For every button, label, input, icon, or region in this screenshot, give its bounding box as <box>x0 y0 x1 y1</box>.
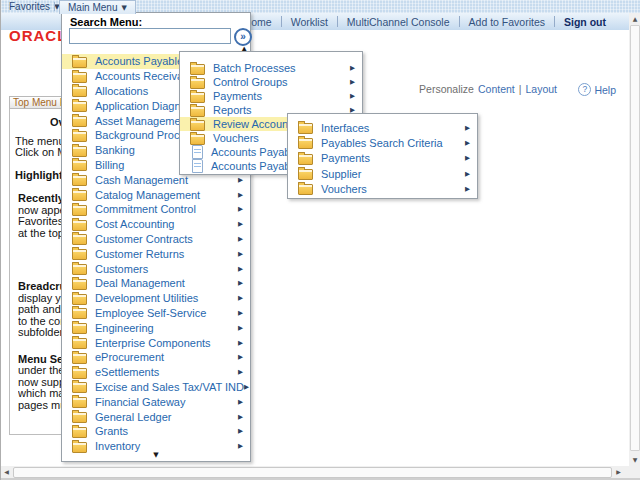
menu-item-label: Vouchers <box>321 183 367 195</box>
folder-icon <box>72 264 87 275</box>
folder-icon <box>72 338 87 349</box>
navbar-links: Home Worklist MultiChannel Console Add t… <box>235 13 615 30</box>
folder-icon <box>72 160 87 171</box>
menu-item-eprocurement[interactable]: eProcurement <box>62 350 250 365</box>
submenu-arrow-icon <box>465 185 470 193</box>
scroll-down-arrow[interactable] <box>629 454 640 465</box>
scroll-up-arrow[interactable] <box>629 13 640 24</box>
folder-icon <box>72 323 87 334</box>
personalize-layout-link[interactable]: Layout <box>525 83 557 95</box>
menu-item-batch-processes[interactable]: Batch Processes <box>180 61 362 75</box>
main-menu[interactable]: Main Menu ▼ <box>59 0 136 14</box>
favorites-label: Favorites <box>9 1 50 12</box>
add-to-favorites-link[interactable]: Add to Favorites <box>460 16 554 28</box>
document-icon <box>192 145 203 159</box>
menu-item-customer-contracts[interactable]: Customer Contracts <box>62 232 250 247</box>
menu-item-payables-search-criteria[interactable]: Payables Search Criteria <box>288 135 477 150</box>
menu-item-general-ledger[interactable]: General Ledger <box>62 409 250 424</box>
menu-item-label: General Ledger <box>95 411 171 423</box>
menu-item-label: Reports <box>213 104 252 116</box>
menu-item-label: Deal Management <box>95 277 185 289</box>
menu-scroll-down-icon[interactable] <box>62 452 250 459</box>
menu-item-label: Enterprise Components <box>95 337 211 349</box>
menu-item-label: Payments <box>213 90 262 102</box>
submenu-arrow-icon <box>465 124 470 132</box>
menu-item-label: Accounts Payable <box>95 55 183 67</box>
submenu-arrow-icon <box>238 250 243 258</box>
folder-icon <box>72 116 87 127</box>
menu-item-label: Interfaces <box>321 122 369 134</box>
menu-item-label: Allocations <box>95 85 148 97</box>
worklist-link[interactable]: Worklist <box>282 16 337 28</box>
folder-icon <box>298 154 313 165</box>
menu-item-customer-returns[interactable]: Customer Returns <box>62 246 250 261</box>
multichannel-console-link[interactable]: MultiChannel Console <box>338 16 459 28</box>
menu-item-deal-management[interactable]: Deal Management <box>62 276 250 291</box>
submenu-arrow-icon <box>350 92 355 100</box>
menu-item-customers[interactable]: Customers <box>62 261 250 276</box>
menu-item-interfaces[interactable]: Interfaces <box>288 120 477 135</box>
vertical-scrollbar-thumb[interactable] <box>630 25 640 451</box>
breadcrumb-bar: Favorites ▼ Main Menu ▼ <box>1 0 640 13</box>
folder-icon <box>72 175 87 186</box>
menu-item-commitment-control[interactable]: Commitment Control <box>62 202 250 217</box>
menu-item-label: Catalog Management <box>95 189 200 201</box>
menu-search-input[interactable] <box>69 28 231 44</box>
submenu-arrow-icon <box>238 324 243 332</box>
submenu-arrow-icon <box>238 265 243 273</box>
menu-item-financial-gateway[interactable]: Financial Gateway <box>62 394 250 409</box>
folder-icon <box>298 184 313 195</box>
menu-item-supplier[interactable]: Supplier <box>288 166 477 181</box>
horizontal-scrollbar-thumb[interactable] <box>13 467 612 478</box>
menu-item-vouchers[interactable]: Vouchers <box>288 181 477 196</box>
menu-item-label: eProcurement <box>95 351 164 363</box>
menu-item-label: Cost Accounting <box>95 218 175 230</box>
scroll-left-arrow[interactable] <box>1 466 12 478</box>
vertical-scrollbar[interactable] <box>629 13 640 466</box>
help-link[interactable]: Help <box>578 83 616 96</box>
folder-icon <box>72 57 87 68</box>
peoplesoft-window: Favorites ▼ Main Menu ▼ Home Worklist Mu… <box>0 0 640 480</box>
scrollbar-corner <box>629 466 640 478</box>
menu-item-payments[interactable]: Payments <box>180 89 362 103</box>
menu-item-catalog-management[interactable]: Catalog Management <box>62 187 250 202</box>
menu-item-employee-self-service[interactable]: Employee Self-Service <box>62 306 250 321</box>
menu-item-control-groups[interactable]: Control Groups <box>180 75 362 89</box>
submenu-arrow-icon <box>238 398 243 406</box>
menu-item-grants[interactable]: Grants <box>62 424 250 439</box>
help-icon <box>578 83 591 96</box>
submenu-arrow-icon <box>465 139 470 147</box>
menu-item-excise-and-sales-tax-vat-ind[interactable]: Excise and Sales Tax/VAT IND <box>62 380 250 395</box>
review-accounts-payable-submenu: InterfacesPayables Search CriteriaPaymen… <box>287 113 478 199</box>
search-go-button[interactable] <box>234 28 252 46</box>
menu-item-cost-accounting[interactable]: Cost Accounting <box>62 217 250 232</box>
menu-item-esettlements[interactable]: eSettlements <box>62 365 250 380</box>
folder-icon <box>190 92 205 103</box>
favorites-menu[interactable]: Favorites ▼ <box>9 0 60 13</box>
menu-item-development-utilities[interactable]: Development Utilities <box>62 291 250 306</box>
folder-icon <box>72 368 87 379</box>
sign-out-link[interactable]: Sign out <box>555 16 615 28</box>
personalize-content-link[interactable]: Content <box>478 83 515 95</box>
menu-item-label: eSettlements <box>95 366 159 378</box>
folder-icon <box>298 169 313 180</box>
menu-item-payments[interactable]: Payments <box>288 151 477 166</box>
submenu-arrow-icon <box>238 220 243 228</box>
folder-icon <box>72 308 87 319</box>
scroll-right-arrow[interactable] <box>613 466 624 478</box>
submenu-arrow-icon <box>238 413 243 421</box>
folder-icon <box>72 146 87 157</box>
menu-item-enterprise-components[interactable]: Enterprise Components <box>62 335 250 350</box>
menu-item-label: Excise and Sales Tax/VAT IND <box>95 381 244 393</box>
menu-item-label: Customer Contracts <box>95 233 193 245</box>
menu-item-engineering[interactable]: Engineering <box>62 320 250 335</box>
submenu-arrow-icon <box>238 442 243 450</box>
menu-item-label: Commitment Control <box>95 203 196 215</box>
horizontal-scrollbar[interactable] <box>1 466 629 478</box>
submenu-arrow-icon <box>350 64 355 72</box>
personalize-separator: | <box>519 83 522 95</box>
folder-icon <box>72 353 87 364</box>
personalize-bar: Personalize Content | Layout <box>419 83 557 95</box>
submenu-arrow-icon <box>238 368 243 376</box>
menu-item-label: Payables Search Criteria <box>321 137 443 149</box>
